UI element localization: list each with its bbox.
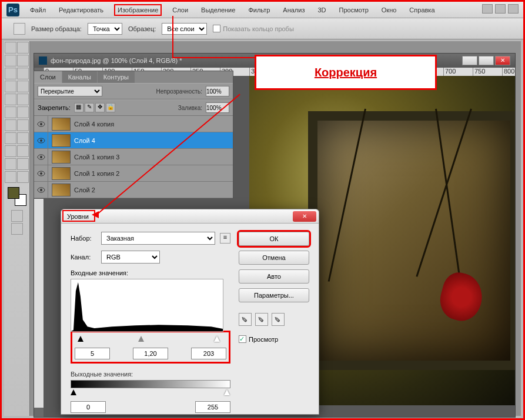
menu-image[interactable]: Изображение <box>114 4 162 16</box>
highlight-slider[interactable] <box>214 336 220 342</box>
visibility-toggle[interactable] <box>34 165 48 182</box>
sample-size-select[interactable]: Точка <box>88 23 122 35</box>
blend-mode-select[interactable]: Перекрытие <box>38 86 102 96</box>
tab-layers[interactable]: Слои <box>34 71 62 83</box>
input-sliders[interactable] <box>75 336 226 344</box>
opacity-input[interactable] <box>206 86 229 96</box>
blur-tool[interactable] <box>5 119 16 131</box>
move-tool[interactable] <box>5 42 16 54</box>
svg-point-3 <box>40 139 42 142</box>
quickmask-tool[interactable] <box>11 210 23 222</box>
ok-button[interactable]: ОК <box>239 232 309 246</box>
fg-color[interactable] <box>8 187 19 199</box>
stamp-tool[interactable] <box>5 94 16 105</box>
out-white-input[interactable] <box>195 401 230 413</box>
type-tool[interactable] <box>17 132 29 144</box>
output-sliders[interactable] <box>71 389 230 398</box>
menu-view[interactable]: Просмотр <box>337 5 371 15</box>
menu-analysis[interactable]: Анализ <box>280 5 307 15</box>
zoom-tool[interactable] <box>17 171 29 183</box>
layer-row[interactable]: Слой 1 копия 3 <box>34 149 233 165</box>
maximize-button[interactable]: ▭ <box>479 56 494 65</box>
lock-position-icon[interactable]: ✥ <box>95 103 105 112</box>
shape-tool[interactable] <box>17 145 29 157</box>
lock-pixels-icon[interactable]: ✎ <box>85 103 94 112</box>
output-gradient[interactable] <box>71 380 230 388</box>
preview-checkbox[interactable] <box>239 335 246 343</box>
dodge-tool[interactable] <box>17 119 29 131</box>
eyedropper-tool-icon[interactable] <box>14 23 25 35</box>
tab-paths[interactable]: Контуры <box>98 71 135 83</box>
close-button[interactable]: ✕ <box>495 56 510 65</box>
channel-select[interactable]: RGB <box>101 251 160 264</box>
layer-list: Слой 4 копия Слой 4 Слой 1 копия 3 Слой … <box>34 116 233 198</box>
marquee-tool[interactable] <box>17 42 29 54</box>
preset-select[interactable]: Заказная <box>101 232 215 245</box>
white-dropper-icon[interactable] <box>272 313 285 326</box>
menu-3d[interactable]: 3D <box>315 5 328 15</box>
gradient-tool[interactable] <box>17 106 29 118</box>
eyedrop-tool[interactable] <box>17 68 29 79</box>
eraser-tool[interactable] <box>5 106 16 118</box>
cam-tool[interactable] <box>17 158 29 170</box>
sample-size-label: Размер образца: <box>31 25 82 32</box>
menu-help[interactable]: Справка <box>407 5 437 15</box>
heal-tool[interactable] <box>5 81 16 92</box>
pen-tool[interactable] <box>5 132 16 144</box>
tab-channels[interactable]: Каналы <box>62 71 97 83</box>
path-tool[interactable] <box>5 145 16 157</box>
layer-row[interactable]: Слой 1 копия 2 <box>34 165 233 182</box>
svg-point-7 <box>40 172 42 175</box>
auto-button[interactable]: Авто <box>239 269 309 284</box>
minimize-button[interactable]: — <box>462 56 477 65</box>
icon-grid[interactable] <box>508 4 519 14</box>
color-swatches[interactable] <box>8 187 26 206</box>
shadow-slider[interactable] <box>78 336 83 342</box>
out-black-slider[interactable] <box>71 389 76 395</box>
midtones-input[interactable] <box>133 348 168 359</box>
crop-tool[interactable] <box>5 68 16 79</box>
brush-tool[interactable] <box>17 81 29 92</box>
menu-edit[interactable]: Редактировать <box>56 5 106 15</box>
visibility-toggle[interactable] <box>34 182 48 198</box>
menu-filter[interactable]: Фильтр <box>246 5 272 15</box>
visibility-toggle[interactable] <box>34 132 48 149</box>
hand-tool[interactable] <box>5 171 16 183</box>
shadows-input[interactable] <box>75 348 110 359</box>
arrow-head-levels <box>92 211 99 218</box>
layer-row-selected[interactable]: Слой 4 <box>34 132 233 149</box>
menu-window[interactable]: Окно <box>379 5 399 15</box>
icon-mb[interactable] <box>495 4 506 14</box>
black-dropper-icon[interactable] <box>239 313 252 326</box>
show-ring-label: Показать кольцо пробы <box>223 25 294 32</box>
layer-thumb <box>52 118 71 131</box>
show-ring-checkbox[interactable] <box>213 25 220 32</box>
out-black-input[interactable] <box>71 401 106 413</box>
lock-all-icon[interactable]: 🔒 <box>106 103 115 112</box>
sample-select[interactable]: Все слои <box>162 23 207 35</box>
cancel-button[interactable]: Отмена <box>239 251 309 265</box>
lock-transparent-icon[interactable]: ▦ <box>74 103 83 112</box>
options-button[interactable]: Параметры... <box>239 288 309 302</box>
midtone-slider[interactable] <box>138 336 144 342</box>
visibility-toggle[interactable] <box>34 149 48 165</box>
channel-label: Канал: <box>71 254 96 261</box>
menu-file[interactable]: Файл <box>28 5 48 15</box>
layer-name: Слой 4 копия <box>74 121 114 128</box>
menu-layer[interactable]: Слои <box>170 5 190 15</box>
preset-menu-icon[interactable]: ≡ <box>220 233 230 244</box>
lasso-tool[interactable] <box>5 55 16 66</box>
dialog-close-button[interactable]: ✕ <box>293 211 316 222</box>
history-tool[interactable] <box>17 94 29 105</box>
lock-label: Закрепить: <box>38 104 71 111</box>
highlights-input[interactable] <box>191 348 226 359</box>
menu-select[interactable]: Выделение <box>199 5 238 15</box>
gray-dropper-icon[interactable] <box>255 313 268 326</box>
wand-tool[interactable] <box>17 55 29 66</box>
3d-tool[interactable] <box>5 158 16 170</box>
visibility-toggle[interactable] <box>34 116 48 132</box>
icon-br[interactable] <box>482 4 493 14</box>
output-values-label: Выходные значения: <box>71 371 230 378</box>
out-white-slider[interactable] <box>224 389 230 395</box>
screenmode-tool[interactable] <box>11 223 23 235</box>
